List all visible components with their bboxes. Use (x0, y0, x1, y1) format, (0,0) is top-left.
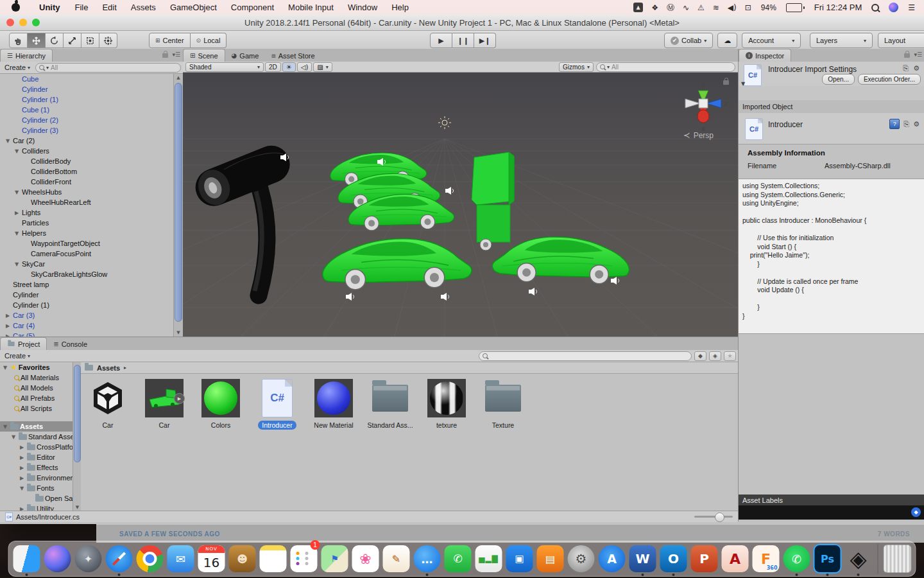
dock-item-chrome[interactable] (136, 542, 164, 575)
hierarchy-item[interactable]: ▼Colliders (0, 146, 174, 156)
foldout-open-icon[interactable]: ▼ (1, 365, 9, 371)
dock-item-facetime[interactable]: ✆ (444, 542, 472, 575)
menubar-clock[interactable]: Fri 12:24 PM (814, 3, 862, 12)
tab-asset-store[interactable]: ⧈Asset Store (265, 49, 321, 62)
gizmos-dropdown[interactable]: Gizmos▾ (559, 62, 594, 72)
scene-lighting-toggle[interactable]: ☀ (282, 62, 296, 72)
dock-item-whatsapp[interactable]: ✆ (783, 542, 811, 575)
gizmo-lock-icon[interactable] (723, 80, 729, 85)
dock-item-mail[interactable]: ✉ (167, 542, 195, 575)
play-button[interactable]: ▶ (430, 33, 452, 48)
foldout-open-icon[interactable]: ▼ (18, 486, 26, 491)
hierarchy-item[interactable]: WheelHubRearLeft (0, 197, 174, 207)
foldout-closed-icon[interactable]: ▶ (18, 444, 26, 450)
dock-item-siri[interactable] (44, 542, 72, 575)
dock-item-system-preferences[interactable]: ⚙ (567, 542, 595, 575)
hierarchy-item[interactable]: ▶Car (5) (0, 331, 174, 337)
favorites-item[interactable]: All Materials (0, 372, 73, 383)
project-tree-scrollbar[interactable]: ▼ (73, 362, 81, 511)
dock-item-ibooks[interactable]: ▤ (536, 542, 565, 575)
hierarchy-item[interactable]: ▶Car (4) (0, 320, 174, 331)
hierarchy-item[interactable]: ▼Car (2) (0, 136, 174, 146)
panel-menu-icon[interactable]: ▾☰ (914, 51, 922, 58)
hierarchy-scrollbar[interactable]: ▲ ▼ (173, 74, 183, 337)
tab-console[interactable]: ≣Console (47, 338, 94, 350)
dock-item-maps[interactable]: ⚑ (321, 542, 349, 575)
airplay-icon[interactable]: ⊡ (745, 4, 751, 12)
dock-item-reminders[interactable]: 1 (290, 542, 318, 575)
dock-item-numbers[interactable]: ▅▂▇ (475, 542, 503, 575)
layers-dropdown[interactable]: Layers▾ (810, 33, 873, 48)
lock-icon[interactable] (904, 53, 910, 58)
foldout-closed-icon[interactable]: ▶ (4, 323, 12, 329)
transform-tool-button[interactable] (99, 33, 117, 48)
dock-item-calendar[interactable]: NOV16 (198, 542, 226, 575)
menu-window[interactable]: Window (341, 3, 384, 12)
menu-app-unity[interactable]: Unity (31, 3, 68, 12)
spotlight-icon[interactable] (871, 4, 879, 12)
alert-icon[interactable]: ⚠ (697, 4, 705, 12)
menu-component[interactable]: Component (224, 3, 281, 12)
project-tree-item[interactable]: ▼Fonts (0, 483, 73, 493)
asset-item[interactable]: Car (83, 378, 132, 430)
hierarchy-item[interactable]: Cylinder (0, 84, 174, 94)
move-tool-button[interactable] (28, 33, 46, 48)
hierarchy-item[interactable]: ColliderFront (0, 177, 174, 187)
help-icon[interactable]: ? (889, 119, 900, 129)
hierarchy-search-input[interactable]: ▾ All (35, 63, 181, 73)
cloud-button[interactable]: ☁ (717, 33, 737, 48)
foldout-closed-icon[interactable]: ▶ (18, 465, 26, 471)
project-tree-item[interactable]: ▶Editor (0, 452, 73, 462)
hierarchy-item[interactable]: CameraFocusPoint (0, 249, 174, 259)
project-tree-item[interactable]: ▼Assets (0, 421, 73, 432)
foldout-open-icon[interactable]: ▼ (10, 434, 17, 440)
project-create-button[interactable]: Create▾ (2, 352, 33, 360)
dock-item-messages[interactable]: … (413, 542, 441, 575)
foldout-closed-icon[interactable]: ▶ (13, 210, 21, 216)
rotate-tool-button[interactable] (46, 33, 64, 48)
execution-order-button[interactable]: Execution Order... (858, 74, 921, 85)
hand-tool-button[interactable] (9, 33, 28, 48)
hierarchy-item[interactable]: Cylinder (3) (0, 125, 174, 136)
dock-item-fusion-360[interactable]: F360 (752, 542, 780, 575)
collab-dropdown[interactable]: ✔ Collab▾ (664, 33, 713, 48)
dropbox-icon[interactable]: ❖ (651, 4, 658, 12)
panel-menu-icon[interactable]: ▾☰ (172, 51, 180, 58)
foldout-closed-icon[interactable]: ▶ (4, 313, 12, 319)
dock-item-unity[interactable]: ◈ (844, 542, 873, 575)
hierarchy-item[interactable]: Cylinder (1) (0, 94, 174, 105)
hierarchy-item[interactable]: Cube (0, 74, 174, 84)
scene-effects-dropdown[interactable]: ▨▾ (313, 62, 332, 72)
dock-item-contacts[interactable]: ☻ (228, 542, 257, 575)
preset-icon[interactable]: ⎘ (903, 120, 909, 128)
hierarchy-item[interactable]: Particles (0, 218, 174, 228)
asset-item[interactable]: C#Introducer (253, 378, 302, 430)
hierarchy-item[interactable]: Street lamp (0, 279, 174, 290)
shading-mode-dropdown[interactable]: Shaded▾ (185, 62, 264, 72)
menu-help[interactable]: Help (384, 3, 416, 12)
dock-item-keynote[interactable]: ▣ (506, 542, 534, 575)
layout-dropdown[interactable]: Layout▾ (878, 33, 924, 48)
hierarchy-item[interactable]: WaypointTargetObject (0, 238, 174, 249)
scene-search-input[interactable]: ▾ All (596, 62, 735, 72)
breadcrumb[interactable]: Assets (97, 364, 120, 372)
foldout-closed-icon[interactable]: ▶ (18, 475, 26, 481)
menu-mobile-input[interactable]: Mobile Input (281, 3, 341, 12)
pause-button[interactable]: ❙❙ (452, 33, 474, 48)
preset-icon[interactable]: ⎘ (903, 64, 909, 73)
asset-item[interactable]: New Material (309, 378, 358, 430)
signal-icon[interactable]: ∿ (683, 4, 689, 12)
gear-icon[interactable]: ⚙ (913, 64, 920, 73)
menu-gameobject[interactable]: GameObject (163, 3, 224, 12)
project-tree-item[interactable]: ▶CrossPlatform (0, 442, 73, 452)
favorites-filter-button[interactable]: ★ (724, 351, 736, 361)
apple-menu-icon[interactable] (12, 3, 20, 12)
project-search-input[interactable] (479, 351, 692, 361)
volume-icon[interactable]: ◀) (728, 4, 737, 12)
hierarchy-item[interactable]: ColliderBody (0, 156, 174, 166)
dock-item-finder[interactable] (13, 542, 41, 575)
dock-item-safari[interactable] (105, 542, 133, 575)
dock-item-word[interactable]: W (629, 542, 657, 575)
hierarchy-item[interactable]: Cylinder (2) (0, 115, 174, 125)
account-dropdown[interactable]: Account▾ (742, 33, 801, 48)
